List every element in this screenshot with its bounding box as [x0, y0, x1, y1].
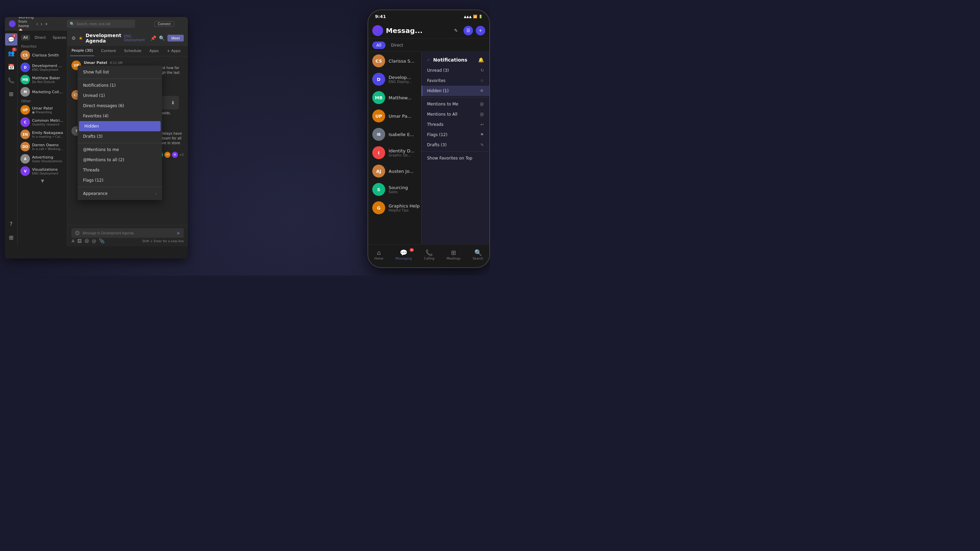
message-input[interactable] [83, 231, 173, 235]
dropdown-flags[interactable]: Flags (12) [78, 175, 162, 185]
notif-flags[interactable]: Flags (12) ⚑ [422, 130, 489, 140]
nav-forward[interactable]: › [41, 21, 43, 27]
mentions-me-icon: @ [480, 102, 484, 106]
dropdown-mentions-all[interactable]: @Mentions to all (2) [78, 155, 162, 165]
msg-time: 8:12 AM [110, 61, 123, 65]
attach-icon[interactable]: 📎 [99, 238, 105, 243]
list-item[interactable]: D Development Ag... ENG Deployment [18, 61, 67, 73]
notif-show-favorites[interactable]: Show Favorites on Top [422, 153, 489, 163]
notif-threads[interactable]: Threads ↩ [422, 119, 489, 130]
dropdown-unread[interactable]: Unread (1) [78, 91, 162, 101]
channel-tabs: People (30) Content Schedule Apps + Apps [67, 46, 188, 56]
avatar: MB [372, 91, 385, 104]
rail-grid[interactable]: ⊞ [5, 231, 18, 243]
chat-name: Emily Nakagawa [32, 130, 64, 135]
dropdown-appearance[interactable]: Appearance › [78, 189, 162, 198]
rail-team[interactable]: 👥 1 [5, 47, 18, 59]
tab-people[interactable]: People (30) [70, 46, 94, 56]
compose-icon[interactable]: ✎ [451, 26, 461, 35]
tab-schedule[interactable]: Schedule [123, 46, 143, 56]
avatar: S [372, 183, 385, 196]
nav-search[interactable]: 🔍 Search [473, 249, 483, 260]
search-input[interactable] [76, 22, 132, 26]
notif-drafts[interactable]: Drafts (3) ✎ [422, 140, 489, 150]
emoji-icon[interactable]: 😊 [75, 230, 80, 236]
tab-content[interactable]: Content [100, 46, 118, 56]
rail-calls[interactable]: 📞 [5, 74, 18, 86]
phone-tab-direct[interactable]: Direct [387, 41, 407, 49]
home-icon: ⌂ [377, 249, 380, 256]
meetings-icon: ⊞ [451, 249, 456, 256]
star-icon[interactable]: ★ [79, 35, 83, 41]
dropdown-threads[interactable]: Threads [78, 165, 162, 175]
dropdown-drafts[interactable]: Drafts (3) [78, 131, 162, 141]
list-item[interactable]: EN Emily Nakagawa In a meeting • Cal... [18, 128, 67, 140]
dropdown-favorites[interactable]: Favorites (4) [78, 111, 162, 121]
notif-hidden[interactable]: Hidden (1) 👁 [422, 86, 489, 96]
sidebar: All Direct Spaces ☰ Favorites CS Clariss… [18, 30, 67, 246]
dropdown-mentions-me[interactable]: @Mentions to me [78, 144, 162, 155]
settings-icon[interactable]: ⚙ [72, 35, 76, 41]
rail-calendar[interactable]: 📅 [5, 60, 18, 73]
list-item[interactable]: UP Umar Patel ● Presenting [18, 104, 67, 116]
rail-chat[interactable]: 💬 4 [5, 33, 18, 46]
nav-calling[interactable]: 📞 Calling [424, 249, 434, 260]
nav-meetings[interactable]: ⊞ Meetings [447, 249, 460, 260]
nav-home[interactable]: ⌂ Home [374, 249, 383, 260]
notif-mentions-all[interactable]: Mentions to All @ [422, 109, 489, 119]
nav-messaging[interactable]: 💬 3 Messaging [395, 249, 412, 260]
calendar-icon: 📅 [8, 64, 14, 70]
dropdown-hidden[interactable]: Hidden [79, 121, 161, 131]
phone-app-title: Messag... [386, 27, 449, 35]
phone-tab-all[interactable]: All [372, 41, 385, 49]
list-item[interactable]: V Visualizations ENG Deployment [18, 165, 67, 177]
list-item[interactable]: C Common Metri... Usability research [18, 116, 67, 128]
list-item[interactable]: CS Clarissa Smith [18, 49, 67, 61]
filter-icon[interactable]: ☰ [463, 26, 473, 35]
rail-help[interactable]: ? [5, 218, 18, 230]
image-icon[interactable]: 🖼 [77, 238, 82, 243]
dropdown-show-full-list[interactable]: Show full list [78, 67, 162, 77]
add-tab[interactable]: + Apps [167, 49, 180, 53]
connect-button[interactable]: Connect [154, 21, 174, 27]
add-icon[interactable]: + [476, 26, 485, 35]
tab-all[interactable]: All [21, 35, 30, 40]
meet-button[interactable]: Meet [167, 35, 184, 41]
phone-content: CS Clarissa S... D Develop... ENG Deploy… [368, 52, 489, 244]
mention-icon[interactable]: @ [92, 238, 96, 243]
message-input-box: 😊 ➤ [72, 228, 184, 238]
search-bar: 🔍 [67, 20, 135, 28]
chat-name: Matthew Baker [32, 76, 64, 80]
dropdown-direct-messages[interactable]: Direct messages (6) [78, 101, 162, 111]
nav-meetings-label: Meetings [447, 257, 460, 260]
grid-icon: ⊞ [9, 234, 13, 241]
list-item[interactable]: A Advertising Sales Visualizations [18, 153, 67, 165]
format-icon[interactable]: A [72, 238, 75, 243]
checkmark-icon: ✓ [427, 57, 430, 62]
send-icon[interactable]: ➤ [176, 230, 180, 236]
bell-icon[interactable]: 🔔 [478, 57, 484, 63]
rail-apps[interactable]: ⊞ [5, 88, 18, 100]
pin-icon[interactable]: 📌 [150, 35, 156, 41]
tab-apps[interactable]: Apps [148, 46, 160, 56]
notif-unread[interactable]: Unread (3) ↻ [422, 65, 489, 76]
nav-back[interactable]: ‹ [37, 21, 38, 27]
avatar: CS [21, 50, 30, 60]
divider [78, 187, 162, 187]
channel-search-icon[interactable]: 🔍 [159, 35, 165, 41]
avatar: AJ [372, 165, 385, 178]
download-icon[interactable]: ⬇ [171, 100, 175, 105]
drafts-icon: ✎ [480, 143, 484, 147]
sticker-icon[interactable]: 😄 [84, 238, 89, 243]
tab-spaces[interactable]: Spaces [51, 35, 68, 40]
list-item[interactable]: M Marketing Collat... [18, 86, 67, 98]
dropdown-notifications[interactable]: Notifications (1) [78, 80, 162, 91]
unread-icon: ↻ [480, 68, 484, 73]
notif-favorites[interactable]: Favorites ☆ [422, 76, 489, 86]
new-tab[interactable]: + [45, 21, 48, 27]
list-item[interactable]: MB Matthew Baker Do Not Disturb [18, 73, 67, 86]
tab-direct[interactable]: Direct [33, 35, 48, 40]
notif-mentions-me[interactable]: Mentions to Me @ [422, 99, 489, 109]
avatar: V [21, 166, 30, 176]
list-item[interactable]: DO Darren Owens In a call • Working... [18, 140, 67, 153]
